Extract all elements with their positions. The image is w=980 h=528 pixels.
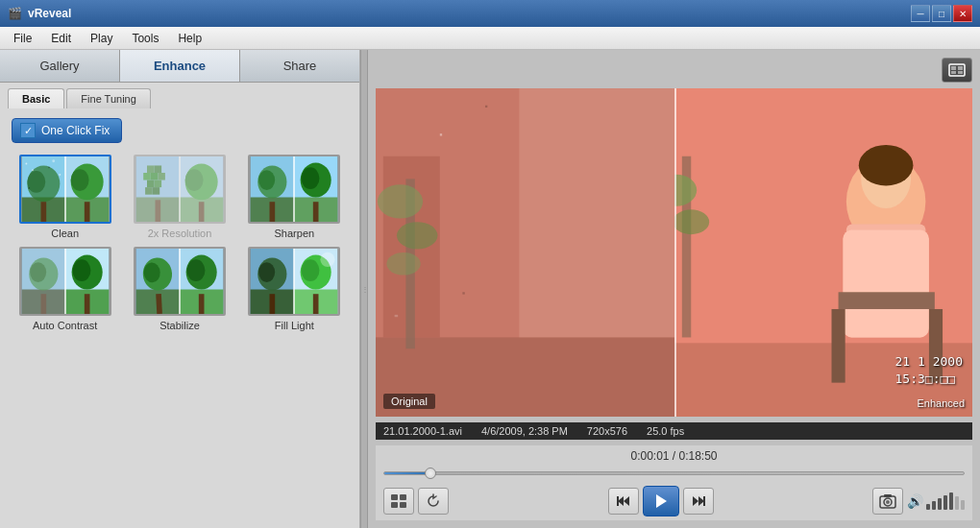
app-icon: 🎬 <box>8 7 22 20</box>
svg-rect-115 <box>400 502 406 508</box>
reload-button[interactable] <box>418 488 449 515</box>
filter-sharpen[interactable]: Sharpen <box>241 155 348 239</box>
svg-point-6 <box>32 169 34 171</box>
menu-edit[interactable]: Edit <box>41 30 81 47</box>
main-tab-row: Gallery Enhance Share <box>0 50 359 83</box>
seekbar-thumb[interactable] <box>425 468 436 479</box>
left-panel: Gallery Enhance Share Basic Fine Tuning … <box>0 50 360 528</box>
svg-point-76 <box>302 259 320 281</box>
svg-rect-28 <box>155 200 160 222</box>
vol-bar-1 <box>926 504 930 510</box>
svg-rect-25 <box>155 180 162 188</box>
fullscreen-button[interactable] <box>942 58 972 83</box>
svg-rect-94 <box>440 133 442 135</box>
filter-fill-light[interactable]: Fill Light <box>241 247 348 331</box>
close-button[interactable]: ✕ <box>953 5 972 22</box>
seekbar-row <box>383 467 965 480</box>
video-timestamp: 21 1 2000 15:3□:□□ <box>895 353 963 388</box>
svg-rect-27 <box>153 187 160 195</box>
tab-gallery[interactable]: Gallery <box>0 50 120 82</box>
menu-tools[interactable]: Tools <box>122 30 168 47</box>
seekbar-track[interactable] <box>383 471 965 475</box>
filter-clean[interactable]: Clean <box>12 155 118 239</box>
right-panel: 21 1 2000 15:3□:□□ Original Enhanced 21.… <box>368 50 980 528</box>
panel-divider[interactable]: ⋮ <box>360 50 368 528</box>
timecode-row: 0:00:01 / 0:18:50 <box>383 449 965 463</box>
svg-rect-118 <box>617 496 619 506</box>
svg-point-3 <box>27 171 45 193</box>
title-bar: 🎬 vReveal ─ □ ✕ <box>0 0 980 27</box>
svg-marker-119 <box>656 494 667 508</box>
play-button[interactable] <box>643 486 679 516</box>
volume-bars <box>926 492 965 510</box>
ctrl-left-group <box>383 488 449 515</box>
minimize-button[interactable]: ─ <box>911 5 930 22</box>
tab-share[interactable]: Share <box>240 50 359 82</box>
svg-rect-84 <box>958 71 963 74</box>
svg-point-49 <box>30 262 46 282</box>
svg-rect-23 <box>158 173 165 180</box>
filter-grid: Clean <box>12 155 348 331</box>
video-label-enhanced: Enhanced <box>917 397 965 409</box>
svg-rect-26 <box>145 187 153 195</box>
svg-rect-39 <box>270 202 276 222</box>
check-icon: ✓ <box>20 123 36 138</box>
svg-point-7 <box>52 159 55 162</box>
vol-bar-2 <box>932 501 936 510</box>
svg-rect-112 <box>391 494 398 500</box>
svg-point-90 <box>378 184 423 218</box>
svg-point-5 <box>25 163 27 165</box>
timecode: 0:00:01 / 0:18:50 <box>630 449 717 463</box>
timestamp-time: 15:3□:□□ <box>895 371 963 388</box>
svg-rect-66 <box>199 294 205 314</box>
svg-rect-122 <box>703 496 705 506</box>
volume-control: 🔊 <box>907 492 965 510</box>
svg-point-54 <box>72 259 90 281</box>
title-bar-left: 🎬 vReveal <box>8 7 71 20</box>
filter-filllight-label: Fill Light <box>275 320 314 331</box>
filter-2xres-thumb <box>134 155 226 224</box>
svg-point-14 <box>70 169 88 191</box>
svg-point-10 <box>48 166 50 168</box>
filter-stabilize[interactable]: Stabilize <box>126 247 233 331</box>
controls-row: 🔊 <box>383 486 965 516</box>
video-original-side <box>376 88 674 417</box>
skip-forward-button[interactable] <box>683 488 714 515</box>
main-area: Gallery Enhance Share Basic Fine Tuning … <box>0 50 980 528</box>
svg-rect-114 <box>391 502 398 508</box>
menu-file[interactable]: File <box>4 30 41 47</box>
file-info-bar: 21.01.2000-1.avi 4/6/2009, 2:38 PM 720x5… <box>376 422 972 440</box>
svg-rect-33 <box>199 202 205 222</box>
svg-point-65 <box>187 259 206 281</box>
svg-rect-72 <box>270 294 276 314</box>
filter-2x-resolution[interactable]: 2x Resolution <box>126 155 233 239</box>
video-content: 21 1 2000 15:3□:□□ Original Enhanced <box>376 88 972 417</box>
ctrl-center-group <box>608 486 714 516</box>
menu-help[interactable]: Help <box>168 30 211 47</box>
vol-bar-4 <box>943 495 947 510</box>
skip-to-start-button[interactable] <box>608 488 639 515</box>
menu-play[interactable]: Play <box>81 30 122 47</box>
subtab-fine-tuning[interactable]: Fine Tuning <box>66 88 150 108</box>
filter-stabilize-label: Stabilize <box>159 320 200 331</box>
one-click-fix-button[interactable]: ✓ One Click Fix <box>12 118 122 143</box>
filter-autocontrast-thumb <box>19 247 111 316</box>
filter-auto-contrast[interactable]: Auto Contrast <box>12 247 118 331</box>
filter-sharpen-thumb <box>248 155 340 224</box>
title-bar-controls: ─ □ ✕ <box>911 5 972 22</box>
tab-enhance[interactable]: Enhance <box>120 50 240 82</box>
maximize-button[interactable]: □ <box>932 5 951 22</box>
svg-rect-24 <box>147 180 155 188</box>
vol-bar-5 <box>949 492 953 510</box>
svg-rect-21 <box>143 173 151 180</box>
grid-view-button[interactable] <box>383 488 414 515</box>
file-fps: 25.0 fps <box>647 425 684 437</box>
video-viewport: 21 1 2000 15:3□:□□ Original Enhanced <box>376 88 972 417</box>
vol-bar-7 <box>961 500 965 510</box>
enhance-content: ✓ One Click Fix <box>0 108 359 528</box>
snapshot-button[interactable] <box>872 488 903 515</box>
svg-rect-106 <box>838 292 934 309</box>
svg-rect-113 <box>400 494 406 500</box>
subtab-basic[interactable]: Basic <box>8 88 64 108</box>
one-click-fix-label: One Click Fix <box>41 124 110 137</box>
